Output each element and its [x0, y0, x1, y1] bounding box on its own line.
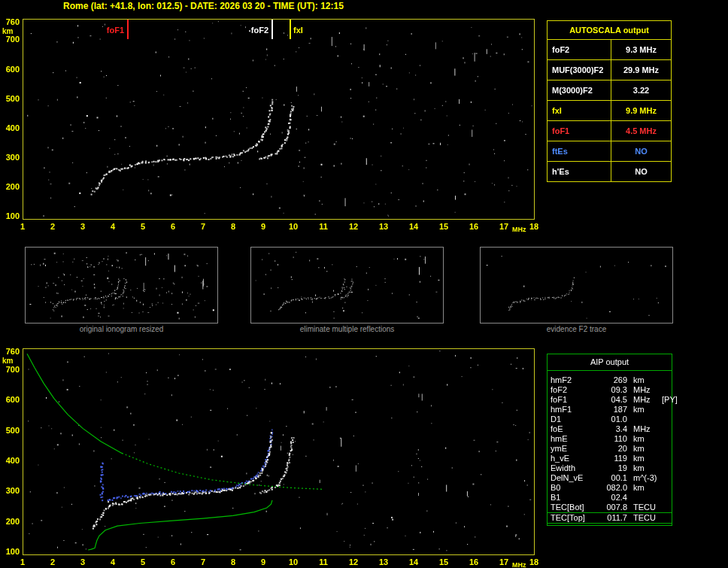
aip-header: AIP output	[548, 354, 672, 371]
autoscala-param-fxI: fxI	[548, 101, 611, 120]
autoscala-value-m3000f2: 3.22	[611, 86, 671, 95]
table-row: D1 01.0	[548, 415, 672, 424]
aip-unit: TECU	[627, 513, 659, 523]
table-row: hmF1 187 km	[548, 405, 672, 415]
autoscala-param-hEs: h'Es	[548, 162, 611, 181]
table-row: MUF(3000)F2 29.9 MHz	[548, 59, 671, 80]
autoscala-output-panel: AUTOSCALA output foF2 9.3 MHz MUF(3000)F…	[547, 20, 672, 182]
table-row: foF1 04.5 MHz [PY]	[548, 395, 672, 405]
table-row: foE 3.4 MHz	[548, 424, 672, 434]
aip-unit	[627, 415, 659, 424]
page-title: Rome (lat: +41.8, lon: 012.5) - DATE: 20…	[63, 1, 344, 11]
aip-value: 007.8	[599, 503, 627, 512]
aip-unit: km	[627, 454, 659, 463]
profile-ionogram-chart	[0, 342, 549, 568]
aip-param: D1	[551, 415, 599, 424]
autoscala-header: AUTOSCALA output	[548, 21, 671, 39]
table-row: M(3000)F2 3.22	[548, 80, 671, 100]
table-row: DelN_vE 00.1 m^(-3)	[548, 473, 672, 483]
autoscala-param-ftEs: ftEs	[548, 141, 611, 161]
table-row: h'Es NO	[548, 161, 671, 181]
table-row: Ewidth 19 km	[548, 463, 672, 473]
autoscala-value-hEs: NO	[611, 167, 671, 176]
aip-note	[659, 493, 669, 503]
thumbnail-eliminate-reflections	[250, 247, 444, 323]
aip-param: Ewidth	[551, 463, 599, 473]
aip-note	[659, 424, 669, 434]
aip-unit: TECU	[627, 503, 659, 512]
aip-note	[659, 415, 669, 424]
aip-note	[659, 405, 669, 415]
aip-value: 02.4	[599, 493, 627, 503]
autoscala-param-muf3000f2: MUF(3000)F2	[548, 60, 611, 80]
aip-output-panel: AIP output hmF2 269 km foF2 09.3 MHz foF…	[547, 354, 672, 526]
thumbnail-evidence-f2-trace	[480, 247, 673, 323]
table-row: foF1 4.5 MHz	[548, 120, 671, 141]
thumbnail-original-ionogram	[25, 247, 218, 323]
aip-unit: km	[627, 405, 659, 415]
autoscala-value-foF2: 9.3 MHz	[611, 45, 671, 54]
aip-body: hmF2 269 km foF2 09.3 MHz foF1 04.5 MHz …	[548, 371, 672, 525]
table-row-tec-bot: TEC[Bot] 007.8 TECU	[548, 503, 672, 513]
aip-value: 09.3	[599, 385, 627, 395]
aip-unit: MHz	[627, 395, 659, 405]
aip-note: [PY]	[659, 395, 678, 405]
aip-note	[659, 385, 669, 395]
aip-unit: m^(-3)	[627, 473, 659, 483]
aip-param: hmE	[551, 434, 599, 444]
table-row: ftEs NO	[548, 141, 671, 161]
autoscala-screen: Rome (lat: +41.8, lon: 012.5) - DATE: 20…	[0, 0, 728, 568]
aip-unit: km	[627, 463, 659, 473]
autoscala-param-m3000f2: M(3000)F2	[548, 80, 611, 100]
aip-unit: MHz	[627, 424, 659, 434]
aip-note	[659, 434, 669, 444]
aip-note	[659, 483, 669, 493]
aip-param: hmF2	[551, 375, 599, 385]
aip-value: 119	[599, 454, 627, 463]
aip-unit: MHz	[627, 385, 659, 395]
aip-note	[659, 463, 669, 473]
aip-note	[659, 444, 669, 454]
aip-value: 20	[599, 444, 627, 454]
thumbnail-caption: evidence F2 trace	[480, 325, 673, 333]
aip-value: 19	[599, 463, 627, 473]
table-row: foF2 9.3 MHz	[548, 39, 671, 59]
aip-param: hmF1	[551, 405, 599, 415]
table-row: hmF2 269 km	[548, 375, 672, 385]
aip-note	[659, 454, 669, 463]
table-row: fxI 9.9 MHz	[548, 100, 671, 120]
table-row-tec-top: TEC[Top] 011.7 TECU	[548, 513, 672, 524]
autoscala-value-foF1: 4.5 MHz	[611, 126, 671, 135]
thumbnail-caption: eliminate multiple reflections	[250, 325, 444, 333]
aip-note	[659, 513, 669, 523]
autoscala-value-fxI: 9.9 MHz	[611, 106, 671, 115]
aip-note	[659, 473, 669, 483]
aip-note	[659, 503, 669, 512]
aip-value: 04.5	[599, 395, 627, 405]
aip-value: 110	[599, 434, 627, 444]
aip-value: 01.0	[599, 415, 627, 424]
autoscala-param-foF1: foF1	[548, 121, 611, 141]
thumbnail-caption: original ionogram resized	[25, 325, 218, 333]
aip-unit: km	[627, 375, 659, 385]
aip-param: foE	[551, 424, 599, 434]
autoscala-param-foF2: foF2	[548, 40, 611, 59]
autoscala-value-muf3000f2: 29.9 MHz	[611, 65, 671, 74]
aip-param: ymE	[551, 444, 599, 454]
aip-param: foF1	[551, 395, 599, 405]
aip-value: 269	[599, 375, 627, 385]
aip-param: B0	[551, 483, 599, 493]
aip-value: 082.0	[599, 483, 627, 493]
aip-param: TEC[Bot]	[551, 503, 599, 512]
aip-unit: km	[627, 434, 659, 444]
aip-param: TEC[Top]	[551, 513, 599, 523]
aip-param: B1	[551, 493, 599, 503]
aip-param: h_vE	[551, 454, 599, 463]
aip-value: 00.1	[599, 473, 627, 483]
aip-unit	[627, 493, 659, 503]
aip-unit: km	[627, 483, 659, 493]
table-row: foF2 09.3 MHz	[548, 385, 672, 395]
table-row: B0 082.0 km	[548, 483, 672, 493]
table-row: ymE 20 km	[548, 444, 672, 454]
aip-param: foF2	[551, 385, 599, 395]
